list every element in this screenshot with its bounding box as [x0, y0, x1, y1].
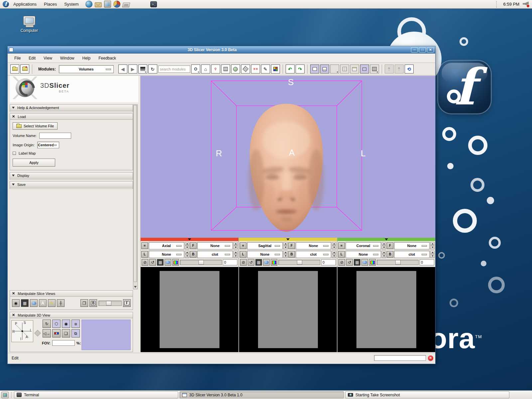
- menu-system[interactable]: System: [61, 1, 81, 8]
- sagittal-color-bar[interactable]: [239, 238, 337, 241]
- visibility-3d-button[interactable]: ◉: [62, 320, 70, 328]
- volume-name-input[interactable]: [39, 133, 71, 139]
- screenshot-launcher-icon[interactable]: [104, 1, 111, 8]
- colormap-button[interactable]: [172, 259, 179, 266]
- slice-link-toggle[interactable]: ⊘: [338, 259, 345, 266]
- background-spinner[interactable]: [233, 251, 238, 258]
- label-spinner[interactable]: [382, 251, 386, 258]
- foreground-spinner[interactable]: [233, 242, 238, 249]
- module-refresh-button[interactable]: ↻: [148, 65, 157, 73]
- look-from-button[interactable]: ◁→: [43, 329, 51, 337]
- orientation-spinner[interactable]: [185, 242, 189, 249]
- menu-applications[interactable]: Applications: [10, 1, 40, 8]
- quad-layout-button[interactable]: [340, 65, 349, 73]
- rotate-view-button[interactable]: ↻: [43, 320, 51, 328]
- slice-offset-value[interactable]: 0: [420, 259, 434, 265]
- crosshair-button[interactable]: ✛: [48, 299, 56, 307]
- background-dropdown[interactable]: clot: [197, 251, 233, 258]
- menu-view[interactable]: View: [40, 55, 56, 62]
- menu-places[interactable]: Places: [41, 1, 60, 8]
- close-section-icon[interactable]: ✕: [12, 313, 15, 317]
- menu-window[interactable]: Window: [57, 55, 78, 62]
- foreground-layer-button[interactable]: F: [190, 242, 197, 249]
- fov-input[interactable]: [52, 340, 75, 346]
- section-load[interactable]: ✕ Load: [10, 113, 133, 120]
- volume-muted-icon[interactable]: [523, 2, 529, 7]
- close-section-icon[interactable]: ✕: [12, 114, 15, 119]
- background-dropdown[interactable]: clot: [296, 251, 331, 258]
- label-map-checkbox[interactable]: [13, 152, 16, 155]
- stack-capture-button[interactable]: ⧉: [71, 329, 80, 337]
- module-panel-scrollbar[interactable]: [133, 104, 138, 289]
- slice-view-axial[interactable]: [141, 267, 238, 352]
- colormap-button[interactable]: [369, 259, 376, 266]
- select-volume-file-button[interactable]: Select Volume File: [13, 122, 58, 130]
- slice-fade-slider[interactable]: [98, 301, 122, 306]
- modules-dropdown[interactable]: Volumes: [59, 65, 114, 73]
- menu-edit[interactable]: Edit: [25, 55, 39, 62]
- slider-handle[interactable]: [395, 260, 401, 265]
- view3d-background-color-swatch[interactable]: [81, 320, 131, 350]
- background-spinner[interactable]: [430, 251, 435, 258]
- clock[interactable]: 6:59 PM: [501, 2, 521, 7]
- scroll-down-icon[interactable]: [134, 286, 137, 288]
- module-history-button[interactable]: ▼: [138, 65, 147, 73]
- terminal-tray-icon[interactable]: >_: [150, 1, 157, 7]
- error-log-button[interactable]: ✕: [428, 355, 433, 361]
- minimize-button[interactable]: ─: [411, 47, 418, 53]
- label-dropdown[interactable]: None: [247, 251, 283, 258]
- slider-handle[interactable]: [199, 260, 204, 265]
- label-layer-button[interactable]: L: [338, 251, 345, 258]
- label-opacity-button[interactable]: ▦: [21, 299, 29, 307]
- slider-handle[interactable]: [297, 260, 302, 265]
- foreground-spinner[interactable]: [430, 242, 435, 249]
- background-layer-button[interactable]: B: [288, 251, 295, 258]
- foreground-layer-button[interactable]: F: [288, 242, 295, 249]
- coronal-color-bar[interactable]: [337, 238, 435, 241]
- orientation-spinner[interactable]: [283, 242, 288, 249]
- search-modules-input[interactable]: [158, 66, 190, 73]
- undo-button[interactable]: ↶: [286, 65, 295, 73]
- slice-offset-value[interactable]: 0: [223, 259, 237, 265]
- slice-view-sagittal[interactable]: [239, 267, 337, 352]
- interpolation-toggle[interactable]: [165, 259, 171, 266]
- volumes-module-button[interactable]: [221, 65, 230, 73]
- grid-layout-button[interactable]: ▼: [370, 65, 379, 73]
- slice-offset-slider[interactable]: [180, 260, 222, 265]
- desktop-icon-computer[interactable]: Computer: [16, 16, 43, 33]
- transforms-module-button[interactable]: [241, 65, 250, 73]
- menu-file[interactable]: File: [11, 55, 24, 62]
- module-forward-button[interactable]: ▶: [128, 65, 137, 73]
- window-titlebar[interactable]: 3D Slicer Version 3.0 Beta ─ □ ✕: [8, 46, 435, 54]
- label-dropdown[interactable]: None: [149, 251, 184, 258]
- slice-link-toggle[interactable]: ⊘: [142, 259, 148, 266]
- fade-button[interactable]: F: [123, 299, 131, 307]
- foreground-dropdown[interactable]: None: [394, 242, 430, 249]
- background-dropdown[interactable]: clot: [394, 251, 430, 258]
- annotation-button[interactable]: A: [39, 299, 47, 307]
- grid-button[interactable]: ╂: [57, 299, 65, 307]
- menu-help[interactable]: Help: [79, 55, 94, 62]
- web-browser-launcher-icon[interactable]: [85, 1, 92, 8]
- save-scene-button[interactable]: ▼: [20, 65, 29, 73]
- fedora-menu-icon[interactable]: f: [3, 1, 9, 7]
- slice-link-button[interactable]: ⌗: [240, 242, 246, 249]
- screen-capture-button[interactable]: ❏: [62, 329, 70, 337]
- label-layer-button[interactable]: L: [240, 251, 246, 258]
- data-module-button[interactable]: ⚲: [211, 65, 220, 73]
- load-scene-button[interactable]: [10, 65, 19, 73]
- slice-fit-button[interactable]: ↺: [346, 259, 353, 266]
- background-layer-button[interactable]: B: [190, 251, 197, 258]
- orientation-spinner[interactable]: [382, 242, 386, 249]
- slice-link-button[interactable]: ⌗: [141, 242, 148, 249]
- close-section-icon[interactable]: ✕: [12, 291, 15, 296]
- menu-feedback[interactable]: Feedback: [95, 55, 119, 62]
- email-launcher-icon[interactable]: [95, 2, 102, 7]
- window-icon[interactable]: [9, 48, 13, 52]
- single-3d-layout-button[interactable]: [360, 65, 369, 73]
- foreground-spinner[interactable]: [332, 242, 336, 249]
- label-spinner[interactable]: [185, 251, 189, 258]
- layout-dropdown-button[interactable]: ▼: [330, 65, 339, 73]
- close-button[interactable]: ✕: [427, 47, 434, 53]
- interpolation-toggle[interactable]: [361, 259, 368, 266]
